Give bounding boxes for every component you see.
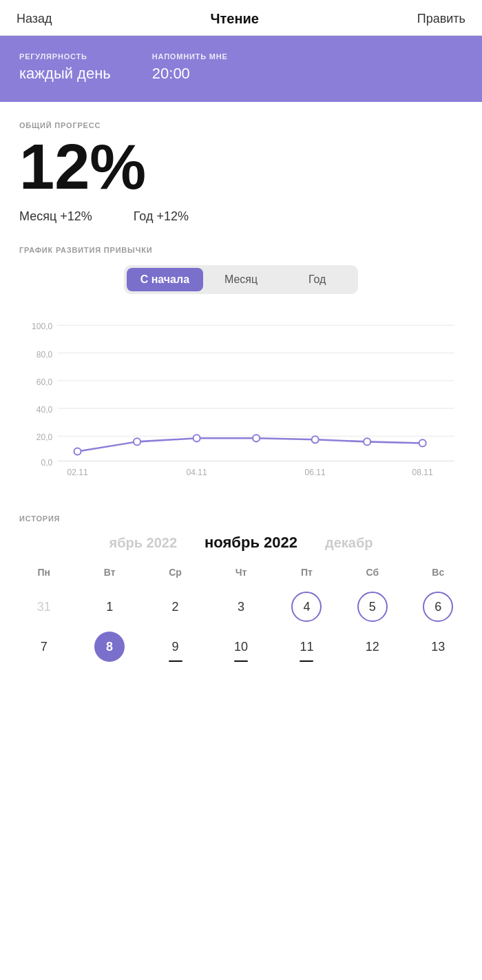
habit-banner: РЕГУЛЯРНОСТЬ каждый день НАПОМНИТЬ МНЕ 2… bbox=[0, 36, 482, 102]
svg-point-14 bbox=[193, 435, 200, 441]
table-row: 31 bbox=[37, 589, 51, 625]
progress-percent: 12% bbox=[19, 135, 463, 198]
calendar: Пн Вт Ср Чт Пт Сб Вс 31 1 2 3 4 bbox=[0, 563, 482, 665]
svg-text:20,0: 20,0 bbox=[36, 432, 53, 442]
back-button[interactable]: Назад bbox=[17, 12, 52, 26]
table-row: 9 bbox=[172, 629, 179, 665]
remind-label: НАПОМНИТЬ МНЕ bbox=[152, 52, 228, 61]
progress-stats: Месяц +12% Год +12% bbox=[19, 209, 463, 224]
cal-cell-wrapper: 8 bbox=[76, 629, 142, 665]
tab-from-start[interactable]: С начала bbox=[127, 268, 203, 291]
table-row: 10 bbox=[234, 629, 248, 665]
svg-text:04.11: 04.11 bbox=[187, 468, 207, 477]
cal-cell-wrapper: 11 bbox=[274, 629, 339, 665]
svg-text:02.11: 02.11 bbox=[67, 468, 87, 477]
table-row: 8 bbox=[94, 632, 125, 662]
regularity-value: каждый день bbox=[19, 65, 111, 82]
regularity-label: РЕГУЛЯРНОСТЬ bbox=[19, 52, 111, 61]
tab-month[interactable]: Месяц bbox=[203, 268, 280, 291]
chart-svg: 100,0 80,0 60,0 40,0 20,0 0,0 bbox=[19, 311, 463, 490]
weekday-mon: Пн bbox=[11, 563, 76, 582]
table-row: 6 bbox=[423, 592, 453, 622]
svg-text:06.11: 06.11 bbox=[305, 468, 326, 477]
svg-point-15 bbox=[253, 435, 260, 441]
cal-cell-wrapper: 4 bbox=[274, 589, 339, 625]
cal-cell-wrapper: 2 bbox=[143, 589, 208, 625]
cal-cell-wrapper: 7 bbox=[11, 629, 76, 665]
weekday-tue: Вт bbox=[76, 563, 142, 582]
weekday-sun: Вс bbox=[406, 563, 471, 582]
history-section-label: ИСТОРИЯ bbox=[0, 514, 482, 523]
edit-button[interactable]: Править bbox=[417, 12, 465, 26]
cal-cell-wrapper: 12 bbox=[339, 629, 405, 665]
svg-point-12 bbox=[74, 448, 81, 455]
table-row: 11 bbox=[300, 629, 313, 665]
svg-point-13 bbox=[134, 438, 140, 445]
current-month-label: ноябрь 2022 bbox=[191, 534, 311, 552]
table-row: 13 bbox=[431, 629, 445, 665]
weekday-wed: Ср bbox=[143, 563, 208, 582]
month-stat: Месяц +12% bbox=[19, 209, 92, 224]
regularity-section: РЕГУЛЯРНОСТЬ каждый день bbox=[19, 52, 111, 83]
cal-cell-wrapper: 13 bbox=[406, 629, 471, 665]
svg-text:80,0: 80,0 bbox=[36, 350, 53, 359]
remind-value: 20:00 bbox=[152, 65, 190, 82]
table-row: 7 bbox=[41, 629, 48, 665]
prev-month-label: ябрь 2022 bbox=[95, 535, 191, 551]
table-row: 4 bbox=[291, 592, 322, 622]
calendar-grid: 31 1 2 3 4 5 6 7 bbox=[11, 589, 471, 665]
table-row: 2 bbox=[172, 589, 179, 625]
navigation-bar: Назад Чтение Править bbox=[0, 0, 482, 36]
svg-text:08.11: 08.11 bbox=[412, 468, 433, 477]
page-title: Чтение bbox=[210, 11, 258, 27]
history-section: ИСТОРИЯ ябрь 2022 ноябрь 2022 декабр Пн … bbox=[0, 495, 482, 665]
weekday-thu: Чт bbox=[208, 563, 273, 582]
chart-container: 100,0 80,0 60,0 40,0 20,0 0,0 bbox=[19, 311, 463, 490]
cal-cell-wrapper: 1 bbox=[76, 589, 142, 625]
chart-tabs: С начала Месяц Год bbox=[124, 265, 358, 294]
progress-section: ОБЩИЙ ПРОГРЕСС 12% Месяц +12% Год +12% bbox=[0, 102, 482, 224]
year-stat: Год +12% bbox=[134, 209, 189, 224]
svg-text:100,0: 100,0 bbox=[32, 322, 52, 331]
weekday-fri: Пт bbox=[274, 563, 339, 582]
remind-section: НАПОМНИТЬ МНЕ 20:00 bbox=[152, 52, 228, 83]
cal-cell-wrapper: 31 bbox=[11, 589, 76, 625]
cal-cell-wrapper: 10 bbox=[208, 629, 273, 665]
chart-section: ГРАФИК РАЗВИТИЯ ПРИВЫЧКИ С начала Месяц … bbox=[0, 246, 482, 490]
progress-section-label: ОБЩИЙ ПРОГРЕСС bbox=[19, 121, 463, 129]
table-row: 1 bbox=[106, 589, 113, 625]
table-row: 5 bbox=[357, 592, 388, 622]
svg-point-17 bbox=[364, 438, 370, 445]
calendar-header: Пн Вт Ср Чт Пт Сб Вс bbox=[11, 563, 471, 582]
cal-cell-wrapper: 6 bbox=[406, 589, 471, 625]
svg-text:0,0: 0,0 bbox=[41, 458, 53, 468]
weekday-sat: Сб bbox=[339, 563, 405, 582]
svg-text:40,0: 40,0 bbox=[36, 405, 53, 415]
cal-cell-wrapper: 3 bbox=[208, 589, 273, 625]
svg-text:60,0: 60,0 bbox=[36, 377, 53, 387]
table-row: 12 bbox=[366, 629, 379, 665]
svg-point-16 bbox=[312, 436, 319, 443]
next-month-label: декабр bbox=[311, 535, 387, 551]
month-navigation: ябрь 2022 ноябрь 2022 декабр bbox=[0, 534, 482, 552]
cal-cell-wrapper: 9 bbox=[143, 629, 208, 665]
cal-cell-wrapper: 5 bbox=[339, 589, 405, 625]
tab-year[interactable]: Год bbox=[279, 268, 355, 291]
table-row: 3 bbox=[238, 589, 244, 625]
svg-point-18 bbox=[419, 439, 426, 446]
chart-section-label: ГРАФИК РАЗВИТИЯ ПРИВЫЧКИ bbox=[19, 246, 463, 254]
